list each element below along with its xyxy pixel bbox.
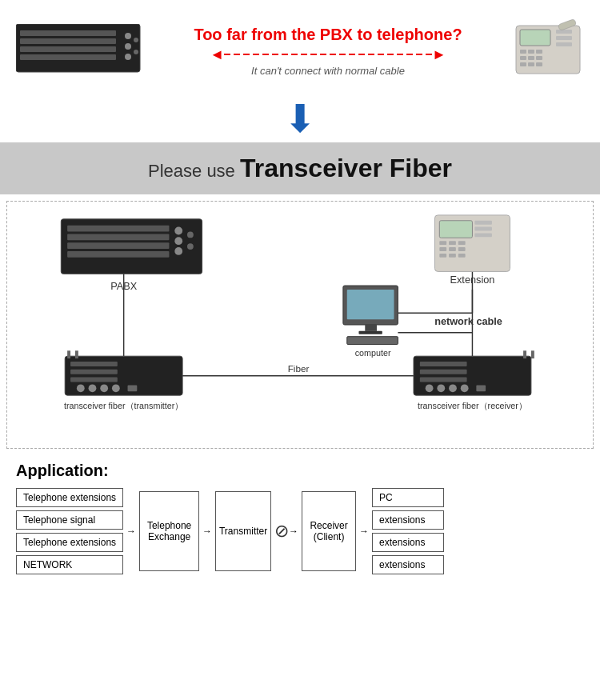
svg-rect-11 — [520, 30, 550, 46]
left-box-1: Telephone extensions — [16, 488, 123, 507]
svg-rect-14 — [536, 50, 542, 54]
svg-rect-28 — [67, 242, 169, 249]
svg-rect-78 — [439, 247, 446, 251]
big-arrow-container: ⬇ — [0, 96, 600, 142]
arrow-4: → — [356, 488, 372, 574]
system-diagram: PABX transceiver fiber（transmitter） Fibe… — [17, 211, 583, 438]
svg-text:computer: computer — [355, 348, 391, 358]
arrow-right-icon: ► — [432, 47, 446, 62]
right-arrow-icon-3: → — [289, 526, 298, 537]
svg-rect-27 — [67, 234, 169, 240]
svg-rect-76 — [449, 241, 456, 245]
svg-rect-74 — [439, 221, 472, 238]
down-arrow-icon: ⬇ — [284, 100, 316, 138]
svg-rect-26 — [67, 226, 169, 232]
svg-rect-19 — [528, 62, 534, 66]
svg-rect-3 — [20, 46, 116, 52]
svg-rect-81 — [439, 254, 446, 258]
too-far-text: Too far from the PBX to telephone? — [194, 26, 462, 44]
svg-rect-15 — [520, 56, 526, 60]
left-box-4: NETWORK — [16, 555, 123, 574]
svg-point-54 — [426, 384, 434, 392]
svg-point-40 — [77, 384, 85, 392]
svg-text:transceiver fiber（receiver）: transceiver fiber（receiver） — [418, 401, 527, 410]
right-arrow-icon-4: → — [359, 526, 369, 537]
svg-rect-39 — [70, 378, 118, 382]
svg-point-33 — [187, 231, 194, 238]
svg-text:transceiver fiber（transmitter）: transceiver fiber（transmitter） — [64, 401, 183, 410]
exchange-label: Telephone Exchange — [139, 491, 199, 571]
svg-point-32 — [174, 247, 182, 255]
right-boxes-group: PC extensions extensions extensions — [372, 488, 444, 574]
svg-rect-85 — [474, 227, 492, 231]
svg-rect-2 — [20, 38, 116, 44]
application-section: Application: Telephone extensions Teleph… — [0, 455, 600, 581]
svg-point-43 — [112, 384, 120, 392]
svg-rect-38 — [70, 370, 118, 374]
svg-point-42 — [100, 384, 108, 392]
arrow-line-container: ◄ ► — [152, 47, 504, 62]
right-arrow-icon-2: → — [202, 526, 212, 537]
transmitter-label: Transmitter — [215, 491, 271, 571]
svg-point-30 — [174, 227, 182, 235]
svg-rect-17 — [536, 56, 542, 60]
svg-point-57 — [461, 384, 469, 392]
svg-rect-45 — [67, 350, 70, 358]
svg-rect-63 — [347, 290, 394, 319]
svg-rect-83 — [458, 254, 466, 258]
right-arrow-icon-1: → — [126, 526, 136, 537]
receiver-box: Receiver (Client) — [302, 488, 356, 574]
svg-rect-46 — [75, 350, 78, 358]
svg-rect-64 — [365, 325, 377, 331]
pbx-device-image — [16, 24, 144, 76]
svg-rect-29 — [67, 251, 169, 258]
svg-point-6 — [125, 43, 131, 50]
right-box-2: extensions — [372, 510, 444, 530]
right-box-1: PC — [372, 488, 444, 507]
gray-banner: Please use Transceiver Fiber — [0, 142, 600, 194]
svg-rect-79 — [449, 247, 456, 251]
svg-rect-12 — [520, 50, 526, 54]
left-boxes-group: Telephone extensions Telephone signal Te… — [16, 488, 123, 574]
svg-point-31 — [174, 237, 182, 245]
left-box-2: Telephone signal — [16, 510, 123, 530]
svg-text:network cable: network cable — [434, 315, 502, 327]
svg-rect-18 — [520, 62, 526, 66]
fiber-symbol-icon: ⊘ — [274, 521, 289, 542]
svg-rect-65 — [358, 331, 382, 334]
svg-rect-58 — [476, 385, 486, 391]
svg-rect-1 — [20, 30, 116, 36]
svg-point-9 — [134, 50, 138, 54]
transmitter-box: Transmitter — [215, 488, 271, 574]
svg-rect-51 — [420, 362, 467, 366]
svg-text:Extension: Extension — [450, 274, 495, 286]
svg-rect-4 — [20, 54, 116, 60]
center-text-area: Too far from the PBX to telephone? ◄ ► I… — [152, 26, 504, 77]
left-box-3: Telephone extensions — [16, 533, 123, 552]
svg-rect-23 — [556, 42, 572, 46]
svg-rect-16 — [528, 56, 534, 60]
top-section: Too far from the PBX to telephone? ◄ ► I… — [0, 0, 600, 96]
svg-rect-53 — [420, 378, 467, 382]
telephone-exchange-box: Telephone Exchange — [139, 488, 199, 574]
svg-rect-37 — [70, 362, 118, 366]
svg-rect-59 — [523, 350, 526, 358]
telephone-image — [512, 18, 584, 82]
svg-point-8 — [134, 38, 138, 42]
right-box-4: extensions — [372, 555, 444, 574]
svg-point-56 — [449, 384, 457, 392]
svg-rect-22 — [556, 36, 572, 40]
cant-connect-text: It can't connect with normal cable — [251, 65, 405, 77]
svg-rect-66 — [347, 337, 398, 345]
svg-rect-80 — [458, 247, 466, 251]
svg-rect-44 — [128, 385, 138, 391]
application-title: Application: — [16, 462, 584, 480]
svg-rect-86 — [474, 233, 492, 237]
please-use-text: Please use — [148, 161, 240, 181]
right-box-3: extensions — [372, 533, 444, 552]
svg-point-34 — [187, 243, 194, 250]
svg-point-7 — [125, 54, 131, 60]
arrow-left-icon: ◄ — [210, 47, 224, 62]
svg-rect-20 — [536, 62, 542, 66]
arrow-1: → — [123, 488, 139, 574]
